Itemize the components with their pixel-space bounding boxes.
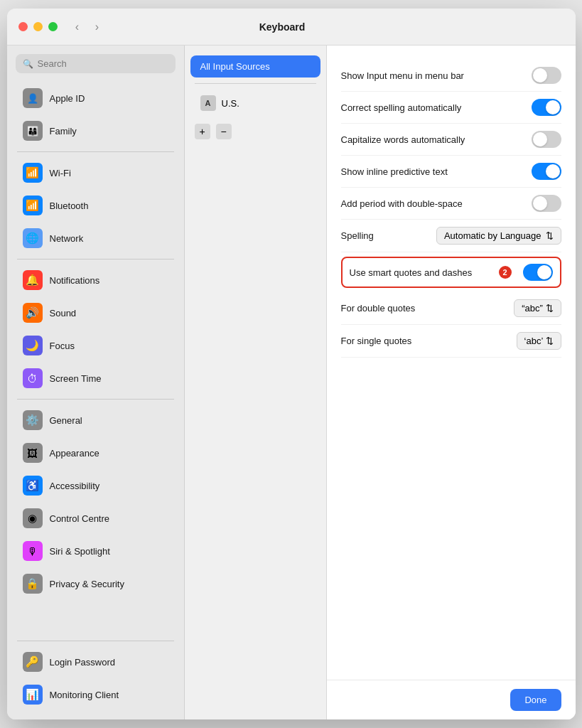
spelling-dropdown[interactable]: Automatic by Language ⇅: [436, 227, 561, 245]
sidebar-item-label: General: [50, 415, 82, 426]
us-input-source-item[interactable]: A U.S.: [190, 90, 320, 117]
sidebar-item-apple-id[interactable]: 👤 Apple ID: [13, 82, 178, 114]
show-input-menu-toggle[interactable]: [532, 67, 561, 84]
add-input-source-button[interactable]: +: [195, 124, 210, 139]
sidebar-item-wifi[interactable]: 📶 Wi-Fi: [13, 157, 178, 188]
add-period-row: Add period with double-space: [341, 188, 561, 220]
sidebar-item-control-centre[interactable]: ◉ Control Centre: [13, 503, 178, 534]
sidebar-item-network[interactable]: 🌐 Network: [13, 223, 178, 254]
sidebar-item-label: Control Centre: [50, 513, 110, 524]
sidebar-item-appearance[interactable]: 🖼 Appearance: [13, 437, 178, 469]
single-quotes-value: ‘abc’: [524, 336, 543, 346]
sidebar-item-label: Appearance: [50, 448, 99, 459]
single-quotes-label: For single quotes: [341, 336, 412, 346]
bluetooth-icon: 📶: [23, 196, 43, 215]
single-quotes-dropdown[interactable]: ‘abc’ ⇅: [517, 332, 561, 350]
smart-quotes-label: Use smart quotes and dashes: [350, 267, 473, 278]
sidebar-item-label: Monitoring Client: [50, 690, 119, 700]
toggle-knob: [533, 132, 547, 146]
add-period-toggle[interactable]: [532, 195, 561, 212]
sidebar-item-privacy[interactable]: 🔒 Privacy & Security: [13, 568, 178, 599]
add-remove-bar: + −: [185, 118, 326, 145]
smart-quotes-row: Use smart quotes and dashes 2: [341, 257, 561, 288]
sidebar-item-sound[interactable]: 🔊 Sound: [13, 297, 178, 328]
sidebar-item-siri[interactable]: 🎙 Siri & Spotlight: [13, 535, 178, 567]
capitalize-toggle[interactable]: [532, 131, 561, 148]
siri-icon: 🎙: [23, 541, 43, 561]
sidebar-item-label: Siri & Spotlight: [50, 546, 110, 557]
sidebar-divider-1: [17, 151, 174, 152]
input-source-divider: [195, 83, 316, 84]
sidebar-item-label: Notifications: [50, 275, 100, 286]
main-content: Key repeat rate Delay until repeat Off S…: [185, 46, 576, 719]
sidebar: 🔍 👤 Apple ID 👨‍👩‍👦 Family 📶 Wi-Fi 📶 Blue…: [7, 46, 185, 719]
sidebar-item-label: Wi-Fi: [50, 168, 71, 178]
done-button[interactable]: Done: [510, 689, 561, 711]
chevron-updown-icon: ⇅: [546, 230, 554, 241]
appearance-icon: 🖼: [23, 443, 43, 463]
traffic-lights: [18, 22, 58, 31]
focus-icon: 🌙: [23, 336, 43, 355]
sidebar-item-screen-time[interactable]: ⏱ Screen Time: [13, 363, 178, 394]
sidebar-divider-3: [17, 399, 174, 400]
network-icon: 🌐: [23, 228, 43, 248]
search-box[interactable]: 🔍: [16, 54, 176, 73]
sidebar-item-family[interactable]: 👨‍👩‍👦 Family: [13, 115, 178, 146]
sound-icon: 🔊: [23, 303, 43, 323]
predictive-text-label: Show inline predictive text: [341, 166, 448, 177]
chevron-updown-icon: ⇅: [546, 303, 554, 314]
screen-time-icon: ⏱: [23, 368, 43, 388]
modal-panel: All Input Sources A U.S. + −: [185, 46, 576, 719]
smart-quotes-right: 2: [499, 264, 553, 281]
toggle-knob: [546, 100, 560, 114]
toggle-knob: [546, 164, 560, 178]
forward-button[interactable]: ›: [89, 18, 106, 36]
sidebar-item-label: Network: [50, 233, 84, 244]
sidebar-item-label: Focus: [50, 341, 75, 351]
sidebar-divider-bottom: [17, 641, 174, 641]
sidebar-item-label: Accessibility: [50, 481, 100, 491]
add-period-label: Add period with double-space: [341, 198, 463, 209]
sidebar-item-accessibility[interactable]: ♿ Accessibility: [13, 470, 178, 501]
toggle-knob: [533, 68, 547, 82]
search-input[interactable]: [38, 58, 168, 69]
input-settings-panel: Show Input menu in menu bar Correct spel…: [327, 46, 576, 719]
remove-input-source-button[interactable]: −: [216, 124, 232, 139]
sidebar-item-notifications[interactable]: 🔔 Notifications: [13, 264, 178, 296]
accessibility-icon: ♿: [23, 476, 43, 496]
predictive-text-toggle[interactable]: [532, 163, 561, 180]
double-quotes-dropdown[interactable]: “abc” ⇅: [514, 299, 561, 317]
sidebar-item-bluetooth[interactable]: 📶 Bluetooth: [13, 190, 178, 221]
sidebar-item-general[interactable]: ⚙️ General: [13, 405, 178, 436]
predictive-text-row: Show inline predictive text: [341, 156, 561, 188]
modal-bottom-bar: Done: [327, 680, 576, 719]
smart-quotes-toggle[interactable]: [523, 264, 553, 281]
correct-spelling-toggle[interactable]: [532, 99, 561, 116]
sidebar-item-label: Bluetooth: [50, 200, 89, 211]
maximize-button[interactable]: [48, 22, 58, 31]
sidebar-item-focus[interactable]: 🌙 Focus: [13, 330, 178, 361]
close-button[interactable]: [18, 22, 28, 31]
apple-id-icon: 👤: [23, 88, 43, 108]
us-input-source-label: U.S.: [222, 98, 239, 109]
system-preferences-window: ‹ › Keyboard 🔍 👤 Apple ID 👨‍👩‍👦 Family: [7, 9, 576, 719]
toggle-knob: [537, 265, 551, 279]
back-button[interactable]: ‹: [69, 18, 86, 36]
login-icon: 🔑: [23, 652, 43, 672]
single-quotes-row: For single quotes ‘abc’ ⇅: [341, 325, 561, 358]
all-input-sources-label: All Input Sources: [200, 61, 270, 72]
spelling-label: Spelling: [341, 230, 374, 241]
nav-buttons: ‹ ›: [69, 18, 106, 36]
toggle-knob: [533, 196, 547, 210]
show-input-menu-row: Show Input menu in menu bar: [341, 60, 561, 92]
spelling-row: Spelling Automatic by Language ⇅: [341, 220, 561, 252]
all-input-sources-item[interactable]: All Input Sources: [190, 55, 320, 77]
title-bar: ‹ › Keyboard: [7, 9, 576, 46]
sidebar-item-monitoring[interactable]: 📊 Monitoring Client: [13, 679, 178, 710]
minimize-button[interactable]: [33, 22, 43, 31]
wifi-icon: 📶: [23, 163, 43, 183]
notifications-icon: 🔔: [23, 270, 43, 290]
sidebar-item-login-password[interactable]: 🔑 Login Password: [13, 646, 178, 678]
double-quotes-value: “abc”: [522, 303, 543, 314]
general-icon: ⚙️: [23, 410, 43, 430]
